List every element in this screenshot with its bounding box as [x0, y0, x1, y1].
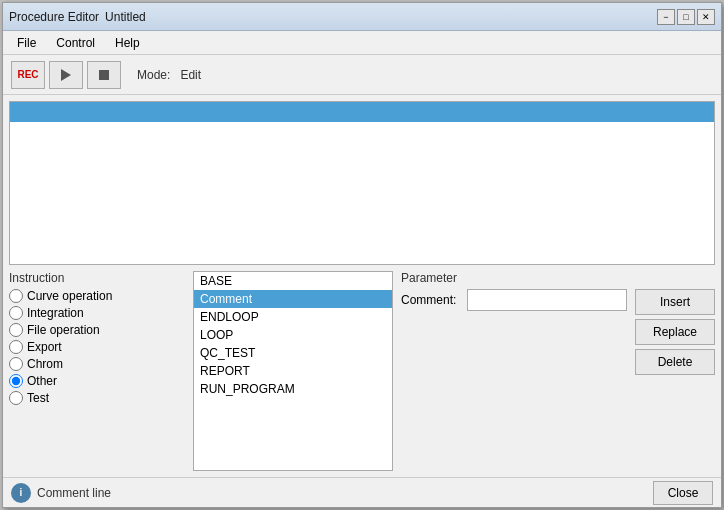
title-bar: Procedure Editor Untitled − □ ✕ [3, 3, 721, 31]
editor-selected-row [10, 102, 714, 122]
restore-button[interactable]: □ [677, 9, 695, 25]
list-item[interactable]: ENDLOOP [194, 308, 392, 326]
menu-file[interactable]: File [7, 34, 46, 52]
record-button[interactable]: REC [11, 61, 45, 89]
window-subtitle: Untitled [105, 10, 146, 24]
comment-label: Comment: [401, 293, 461, 307]
instruction-title: Instruction [9, 271, 185, 285]
mode-label: Mode: Edit [137, 68, 201, 82]
radio-file-operation[interactable]: File operation [9, 323, 185, 337]
instruction-panel: Instruction Curve operation Integration … [9, 271, 185, 471]
radio-group: Curve operation Integration File operati… [9, 289, 185, 405]
record-label: REC [17, 69, 38, 80]
replace-button[interactable]: Replace [635, 319, 715, 345]
bottom-panel: Instruction Curve operation Integration … [9, 271, 715, 471]
main-window: Procedure Editor Untitled − □ ✕ File Con… [2, 2, 722, 508]
radio-test-input[interactable] [9, 391, 23, 405]
radio-export-input[interactable] [9, 340, 23, 354]
radio-chrom[interactable]: Chrom [9, 357, 185, 371]
radio-other-input[interactable] [9, 374, 23, 388]
status-icon: i [11, 483, 31, 503]
radio-export[interactable]: Export [9, 340, 185, 354]
comment-input[interactable] [467, 289, 627, 311]
list-item[interactable]: RUN_PROGRAM [194, 380, 392, 398]
radio-curve-input[interactable] [9, 289, 23, 303]
parameter-panel: Parameter Comment: [401, 271, 627, 471]
close-button[interactable]: ✕ [697, 9, 715, 25]
toolbar: REC Mode: Edit [3, 55, 721, 95]
radio-test[interactable]: Test [9, 391, 185, 405]
play-button[interactable] [49, 61, 83, 89]
status-left: i Comment line [11, 483, 111, 503]
radio-chrom-input[interactable] [9, 357, 23, 371]
list-item[interactable]: LOOP [194, 326, 392, 344]
menu-bar: File Control Help [3, 31, 721, 55]
list-item[interactable]: Comment [194, 290, 392, 308]
radio-curve-operation[interactable]: Curve operation [9, 289, 185, 303]
status-bar: i Comment line Close [3, 477, 721, 507]
title-bar-left: Procedure Editor Untitled [9, 10, 146, 24]
stop-button[interactable] [87, 61, 121, 89]
instruction-list-panel: BASE Comment ENDLOOP LOOP QC_TEST REPORT… [193, 271, 393, 471]
list-item[interactable]: BASE [194, 272, 392, 290]
content-area: Instruction Curve operation Integration … [3, 95, 721, 477]
parameter-title: Parameter [401, 271, 627, 285]
editor-area[interactable] [9, 101, 715, 265]
radio-file-input[interactable] [9, 323, 23, 337]
action-panel: Insert Replace Delete [635, 271, 715, 471]
close-button[interactable]: Close [653, 481, 713, 505]
window-title: Procedure Editor [9, 10, 99, 24]
window-controls: − □ ✕ [657, 9, 715, 25]
radio-integration-input[interactable] [9, 306, 23, 320]
insert-button[interactable]: Insert [635, 289, 715, 315]
status-text: Comment line [37, 486, 111, 500]
stop-icon [99, 70, 109, 80]
radio-integration[interactable]: Integration [9, 306, 185, 320]
play-icon [61, 69, 71, 81]
menu-help[interactable]: Help [105, 34, 150, 52]
list-item[interactable]: REPORT [194, 362, 392, 380]
instruction-list[interactable]: BASE Comment ENDLOOP LOOP QC_TEST REPORT… [193, 271, 393, 471]
comment-row: Comment: [401, 289, 627, 311]
list-item[interactable]: QC_TEST [194, 344, 392, 362]
menu-control[interactable]: Control [46, 34, 105, 52]
radio-other[interactable]: Other [9, 374, 185, 388]
minimize-button[interactable]: − [657, 9, 675, 25]
delete-button[interactable]: Delete [635, 349, 715, 375]
